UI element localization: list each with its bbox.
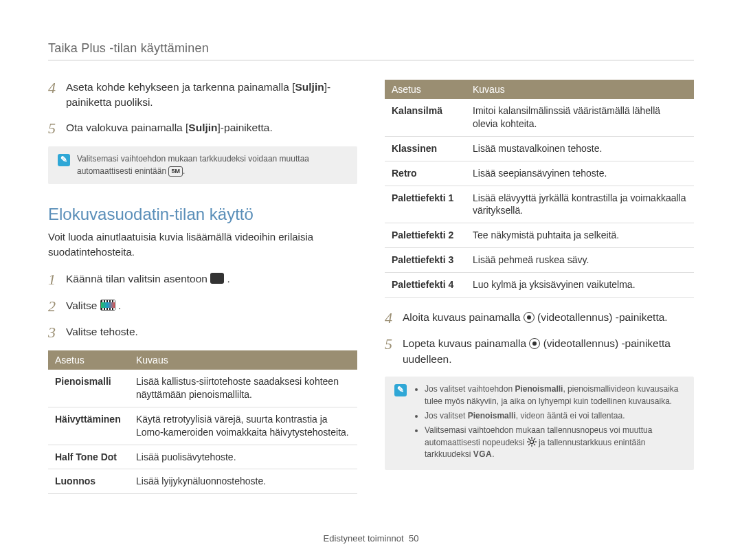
step-number: 1	[48, 271, 59, 288]
step: 4Aseta kohde kehykseen ja tarkenna paina…	[48, 80, 357, 111]
table-row: Palettiefekti 1Lisää elävyyttä jyrkällä …	[385, 186, 694, 223]
svg-line-5	[528, 438, 530, 440]
step-number: 5	[48, 120, 59, 137]
note-icon: ✎	[58, 154, 70, 166]
step: 5Lopeta kuvaus painamalla (videotallennu…	[385, 336, 694, 367]
option-name: Palettiefekti 4	[385, 273, 466, 298]
option-desc: Lisää seepiansävyinen tehoste.	[466, 161, 694, 186]
table-row: Palettiefekti 2Tee näkymistä puhtaita ja…	[385, 223, 694, 248]
table-row: Half Tone DotLisää puolisävytehoste.	[48, 445, 357, 469]
page-footer: Edistyneet toiminnot 50	[0, 533, 742, 544]
table-row: Palettiefekti 3Lisää pehmeä ruskea sävy.	[385, 248, 694, 273]
step-text: Aloita kuvaus painamalla (videotallennus…	[403, 310, 694, 325]
step-text: Käännä tilan valitsin asentoon .	[66, 271, 357, 287]
step-number: 5	[385, 336, 396, 352]
record-icon	[529, 338, 540, 349]
option-name: Klassinen	[385, 136, 466, 161]
svg-point-0	[530, 440, 533, 443]
note-body-2: Jos valitset vaihtoehdon Pienoismalli, p…	[414, 383, 684, 463]
table-header-setting: Asetus	[48, 350, 129, 370]
option-name: Palettiefekti 1	[385, 186, 466, 223]
table-row: LuonnosLisää lyijykynäluonnostehoste.	[48, 469, 357, 494]
svg-line-7	[528, 444, 530, 445]
option-desc: Lisää pehmeä ruskea sävy.	[466, 248, 694, 273]
table-header-desc: Kuvaus	[466, 80, 694, 99]
svg-line-6	[534, 444, 535, 445]
step-text: Valitse .	[66, 298, 357, 313]
option-name: Häivyttäminen	[48, 407, 129, 445]
option-name: Palettiefekti 2	[385, 223, 466, 248]
section-intro: Voit luoda ainutlaatuisia kuvia lisäämäl…	[48, 229, 357, 260]
step-number: 2	[48, 298, 59, 315]
option-desc: Lisää mustavalkoinen tehoste.	[466, 136, 694, 161]
step: 5Ota valokuva painamalla [Suljin]-painik…	[48, 120, 357, 137]
option-desc: Imitoi kalansilmälinssiä vääristämällä l…	[466, 99, 694, 136]
step-text: Lopeta kuvaus painamalla (videotallennus…	[403, 336, 694, 367]
svg-line-8	[534, 438, 535, 440]
step-text: Valitse tehoste.	[66, 324, 357, 339]
content-columns: 4Aseta kohde kehykseen ja tarkenna paina…	[48, 80, 694, 506]
option-name: Palettiefekti 3	[385, 248, 466, 273]
right-options-table: Asetus Kuvaus KalansilmäImitoi kalansilm…	[385, 80, 694, 298]
table-row: RetroLisää seepiansävyinen tehoste.	[385, 161, 694, 186]
option-desc: Lisää puolisävytehoste.	[129, 445, 357, 469]
note-bullet: Valitsemasi vaihtoehdon mukaan tallennus…	[425, 425, 684, 460]
option-desc: Lisää elävyyttä jyrkällä kontrastilla ja…	[466, 186, 694, 223]
note-box-1: ✎ Valitsemasi vaihtoehdon mukaan tarkkuu…	[48, 146, 357, 184]
table-row: HäivyttäminenKäytä retrotyylisiä värejä,…	[48, 407, 357, 445]
page-header: Taika Plus -tilan käyttäminen	[48, 41, 694, 60]
step-number: 4	[48, 80, 59, 96]
film-strip-icon	[100, 300, 115, 311]
option-name: Luonnos	[48, 469, 129, 494]
step: 4Aloita kuvaus painamalla (videotallennu…	[385, 310, 694, 326]
option-desc: Lisää kallistus-siirtotehoste saadaksesi…	[129, 370, 357, 407]
step-text: Ota valokuva painamalla [Suljin]-painike…	[66, 120, 357, 135]
left-column: 4Aseta kohde kehykseen ja tarkenna paina…	[48, 80, 357, 506]
note-body-1: Valitsemasi vaihtoehdon mukaan tarkkuude…	[77, 153, 348, 177]
note-bullet: Jos valitset Pienoismalli, videon ääntä …	[425, 410, 684, 422]
note-box-2: ✎ Jos valitset vaihtoehdon Pienoismalli,…	[385, 377, 694, 470]
table-row: KlassinenLisää mustavalkoinen tehoste.	[385, 136, 694, 161]
option-name: Pienoismalli	[48, 370, 129, 407]
step-text: Aseta kohde kehykseen ja tarkenna painam…	[66, 80, 357, 111]
option-desc: Lisää lyijykynäluonnostehoste.	[129, 469, 357, 494]
option-name: Half Tone Dot	[48, 445, 129, 469]
option-desc: Käytä retrotyylisiä värejä, suurta kontr…	[129, 407, 357, 445]
record-icon	[524, 312, 535, 323]
section-title: Elokuvasuodatin-tilan käyttö	[48, 205, 357, 224]
step-number: 4	[385, 310, 396, 326]
step: 1Käännä tilan valitsin asentoon .	[48, 271, 357, 288]
note-icon: ✎	[394, 384, 407, 396]
table-row: Palettiefekti 4Luo kylmä ja yksisävyinen…	[385, 273, 694, 298]
mode-dial-icon	[210, 273, 224, 284]
vga-icon: VGA	[473, 449, 493, 460]
note-bullet: Jos valitset vaihtoehdon Pienoismalli, p…	[425, 383, 684, 407]
right-column: Asetus Kuvaus KalansilmäImitoi kalansilm…	[385, 80, 694, 506]
step: 2Valitse .	[48, 298, 357, 315]
step: 3Valitse tehoste.	[48, 324, 357, 341]
badge-5m-icon: 5M	[168, 166, 183, 177]
table-row: PienoismalliLisää kallistus-siirtotehost…	[48, 370, 357, 407]
option-desc: Tee näkymistä puhtaita ja selkeitä.	[466, 223, 694, 248]
gear-icon	[527, 437, 537, 447]
table-header-desc: Kuvaus	[129, 350, 357, 370]
option-desc: Luo kylmä ja yksisävyinen vaikutelma.	[466, 273, 694, 298]
table-row: KalansilmäImitoi kalansilmälinssiä vääri…	[385, 99, 694, 136]
option-name: Retro	[385, 161, 466, 186]
step-number: 3	[48, 324, 59, 341]
left-options-table: Asetus Kuvaus PienoismalliLisää kallistu…	[48, 350, 357, 494]
table-header-setting: Asetus	[385, 80, 466, 99]
option-name: Kalansilmä	[385, 99, 466, 136]
